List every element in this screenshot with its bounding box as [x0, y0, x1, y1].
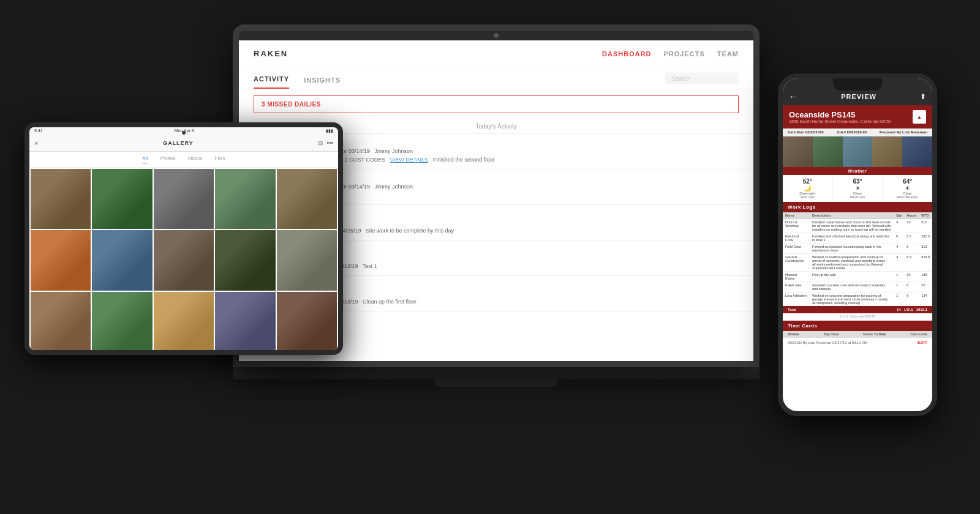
- laptop-stand: [435, 379, 557, 387]
- photo-cell[interactable]: [277, 169, 337, 229]
- gallery-tabs: All Photos Videos Files: [29, 152, 338, 168]
- report-job: Job # DIN2019-03: [836, 130, 867, 134]
- photo-cell[interactable]: [215, 230, 275, 290]
- table-row: General Construction Worked on material …: [783, 254, 932, 272]
- phone-frame: ← PREVIEW ⬆ Oceanside PS145 1856 South H…: [778, 73, 937, 416]
- col-name: Name: [783, 212, 810, 219]
- report-meta: Date Mon 03/25/2019 Job # DIN2019-03 Pre…: [783, 128, 932, 136]
- weather-row: 52° 🌙 Overnight Wind calm 63° ☀ Clear Wi…: [783, 175, 932, 202]
- app-tabs: ACTIVITY INSIGHTS Search: [239, 67, 753, 89]
- photo-cell[interactable]: [277, 230, 337, 290]
- table-row: Lora Adhlstien Worked on concrete prepar…: [783, 292, 932, 307]
- tablet-camera: [182, 131, 186, 135]
- gallery-title: GALLERY: [38, 140, 318, 146]
- laptop-camera: [494, 33, 499, 38]
- phone-notch: [833, 78, 882, 91]
- photo-cell[interactable]: [92, 230, 152, 290]
- photo-cell[interactable]: [92, 169, 152, 229]
- table-row: Howard Elders Pick up dry wall 1 10 189: [783, 272, 932, 282]
- col-wtd: WTD: [919, 212, 932, 219]
- photo-cell[interactable]: [277, 292, 337, 350]
- company-logo: ▲: [913, 110, 926, 124]
- app-navbar: RAKEN DASHBOARD PROJECTS TEAM: [239, 40, 753, 67]
- timecards-section: Time Cards Worker Day Total Hours To Dat…: [783, 321, 932, 337]
- tablet-time: 9:41: [34, 128, 43, 133]
- phone-screen: ← PREVIEW ⬆ Oceanside PS145 1856 South H…: [783, 78, 932, 411]
- report-project-title: Oceanside PS145: [789, 110, 891, 119]
- gallery-tab-videos[interactable]: Videos: [187, 155, 202, 163]
- share-icon[interactable]: ⬆: [920, 92, 926, 101]
- strip-photo-3: [843, 136, 873, 167]
- missed-banner: 3 MISSED DAILIES: [254, 95, 739, 113]
- report-date: Date Mon 03/25/2019: [788, 130, 824, 134]
- filter-icon[interactable]: ⊟: [318, 140, 323, 146]
- phone-device: ← PREVIEW ⬆ Oceanside PS145 1856 South H…: [778, 73, 937, 416]
- pagination: 5 of 6 · Oceanside PS145: [783, 313, 932, 319]
- table-row: Field Crew Formed and poured housekeepin…: [783, 244, 932, 254]
- back-icon[interactable]: ←: [789, 92, 797, 102]
- strip-photo-2: [813, 136, 843, 167]
- col-qty: Qty: [894, 212, 904, 219]
- tablet-battery: ▮▮▮: [326, 128, 333, 133]
- weather-title: Weather: [788, 169, 927, 173]
- nav-dashboard[interactable]: DASHBOARD: [602, 50, 652, 58]
- photo-cell[interactable]: [92, 292, 152, 350]
- col-hrs: Hours: [904, 212, 919, 219]
- app-logo: RAKEN: [254, 49, 288, 58]
- tablet-screen: 9:41 Mon Apr 8 ▮▮▮ × GALLERY ⊟ ••• All P…: [29, 127, 338, 350]
- weather-clear-day: 63° ☀ Clear Wind Calm: [833, 177, 883, 200]
- gallery-navbar: × GALLERY ⊟ •••: [29, 135, 338, 152]
- preview-title: PREVIEW: [841, 93, 876, 100]
- total-label: Total: [788, 308, 796, 311]
- report-address: 1856 South Home Street Oceanside, Califo…: [789, 119, 891, 124]
- col-desc: Description: [810, 212, 894, 219]
- photo-cell[interactable]: [31, 292, 91, 350]
- photo-cell[interactable]: [215, 292, 275, 350]
- search-input[interactable]: Search: [665, 72, 739, 84]
- edit-button[interactable]: EDIT: [918, 340, 927, 345]
- report-header: Oceanside PS145 1856 South Home Street O…: [783, 105, 932, 128]
- timecards-header: Time Cards: [783, 321, 932, 331]
- photo-cell[interactable]: [154, 230, 214, 290]
- strip-photo-4: [872, 136, 902, 167]
- weather-section: Weather: [783, 167, 932, 175]
- strip-photo-1: [783, 136, 813, 167]
- photo-grid: [29, 168, 338, 350]
- weather-clear-evening: 64° ☀ Clear Wind NW 4mph: [883, 177, 932, 200]
- report-prepared: Prepared By Lois Rossman: [880, 130, 927, 134]
- worklogs-total-row: Total 14 147.1 1919.1: [783, 306, 932, 313]
- gallery-tab-files[interactable]: Files: [215, 155, 225, 163]
- worklogs-header: Work Logs: [783, 202, 932, 212]
- nav-projects[interactable]: PROJECTS: [664, 50, 705, 58]
- photo-cell[interactable]: [154, 169, 214, 229]
- weather-overnight: 52° 🌙 Overnight Wind calm: [783, 177, 833, 200]
- tab-insights[interactable]: INSIGHTS: [304, 76, 341, 89]
- nav-team[interactable]: TEAM: [717, 50, 739, 58]
- worklogs-table: Name Description Qty Hours WTD Doors & W…: [783, 212, 932, 306]
- tablet-device: 9:41 Mon Apr 8 ▮▮▮ × GALLERY ⊟ ••• All P…: [24, 122, 343, 355]
- photo-cell[interactable]: [154, 292, 214, 350]
- photo-cell[interactable]: [215, 169, 275, 229]
- nav-links: DASHBOARD PROJECTS TEAM: [602, 50, 739, 58]
- gallery-nav-icons: ⊟ •••: [318, 140, 333, 146]
- tablet-frame: 9:41 Mon Apr 8 ▮▮▮ × GALLERY ⊟ ••• All P…: [24, 122, 343, 355]
- signed-text: SIGNED By Lois Rossman 03/27/19 at 09:11…: [788, 341, 867, 345]
- table-row: Electrical Crew Installed and checked el…: [783, 233, 932, 244]
- gallery-tab-all[interactable]: All: [142, 155, 148, 163]
- total-values: 14 147.1 1919.1: [897, 308, 927, 311]
- more-icon[interactable]: •••: [326, 140, 333, 146]
- strip-photo-5: [902, 136, 932, 167]
- gallery-tab-photos[interactable]: Photos: [160, 155, 175, 163]
- signed-row: SIGNED By Lois Rossman 03/27/19 at 09:11…: [783, 337, 932, 347]
- table-row: Doors & Windows Installed metal frames a…: [783, 219, 932, 233]
- timecards-columns: Worker Day Total Hours To Date Cost Code: [783, 331, 932, 337]
- table-row: Kaleb Jiles Assisted concrete crew with …: [783, 282, 932, 292]
- laptop-base: [233, 367, 760, 379]
- tab-activity[interactable]: ACTIVITY: [254, 75, 289, 89]
- photo-strip: [783, 136, 932, 167]
- photo-cell[interactable]: [31, 230, 91, 290]
- photo-cell[interactable]: [31, 169, 91, 229]
